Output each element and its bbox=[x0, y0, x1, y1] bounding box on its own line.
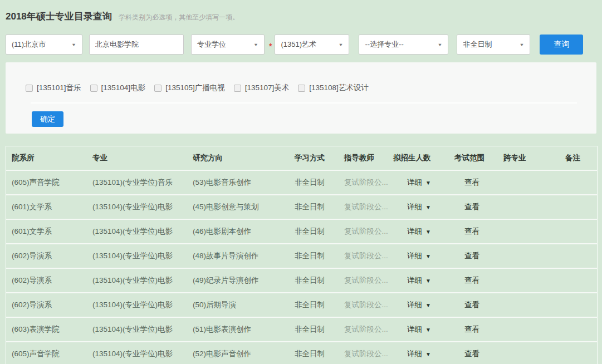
header-exam: 考试范围 bbox=[449, 146, 498, 170]
cell-teacher: 复试阶段公... bbox=[339, 170, 388, 194]
cell-enroll: 详细 ▼ bbox=[388, 317, 449, 341]
table-row: (605)声音学院 (135101)(专业学位)音乐 (53)电影音乐创作 非全… bbox=[6, 170, 597, 194]
view-exam-link[interactable]: 查看 bbox=[464, 350, 479, 358]
cell-enroll: 详细 ▼ bbox=[388, 170, 449, 194]
cell-note bbox=[560, 317, 597, 341]
cell-teacher: 复试阶段公... bbox=[339, 292, 388, 317]
cell-mode: 非全日制 bbox=[289, 292, 339, 317]
cell-exam: 查看 bbox=[449, 341, 498, 364]
province-select-value: (11)北京市 bbox=[12, 40, 46, 50]
cell-major: (135104)(专业学位)电影 bbox=[87, 219, 187, 243]
view-exam-link[interactable]: 查看 bbox=[464, 227, 479, 235]
cell-major: (135104)(专业学位)电影 bbox=[87, 268, 187, 292]
header-enroll: 拟招生人数 bbox=[388, 146, 449, 170]
caret-down-icon: ▼ bbox=[425, 229, 431, 235]
caret-down-icon: ▼ bbox=[253, 42, 258, 47]
cell-direction: (45)电影创意与策划 bbox=[187, 194, 289, 219]
cell-teacher: 复试阶段公... bbox=[339, 194, 388, 219]
detail-dropdown[interactable]: 详细 ▼ bbox=[407, 251, 431, 261]
cell-direction: (52)电影声音创作 bbox=[187, 341, 289, 364]
cell-note bbox=[560, 243, 597, 268]
search-button[interactable]: 查询 bbox=[540, 35, 583, 55]
header-cross: 跨专业 bbox=[498, 146, 560, 170]
detail-label: 详细 bbox=[407, 324, 422, 335]
checkbox-icon[interactable] bbox=[298, 85, 305, 92]
caret-down-icon: ▼ bbox=[438, 42, 443, 47]
table-row: (603)表演学院 (135104)(专业学位)电影 (51)电影表演创作 非全… bbox=[6, 317, 597, 341]
cell-teacher: 复试阶段公... bbox=[339, 341, 388, 364]
major-checkbox-label: [135104]电影 bbox=[101, 83, 146, 93]
table-row: (602)导演系 (135104)(专业学位)电影 (50)后期导演 非全日制 … bbox=[6, 292, 597, 317]
cell-dept: (602)导演系 bbox=[6, 243, 87, 268]
cell-cross bbox=[498, 194, 560, 219]
page-header: 2018年硕士专业目录查询 学科类别为必选项，其他至少填写一项。 bbox=[0, 0, 602, 24]
degree-type-select[interactable]: 专业学位 ▼ bbox=[191, 35, 265, 55]
major-checkbox-item-135107[interactable]: [135107]美术 bbox=[234, 83, 290, 93]
required-asterisk: * bbox=[269, 38, 272, 51]
cell-teacher: 复试阶段公... bbox=[339, 219, 388, 243]
view-exam-link[interactable]: 查看 bbox=[464, 276, 479, 284]
major-checkbox-item-135105[interactable]: [135105]广播电视 bbox=[154, 83, 225, 93]
cell-dept: (601)文学系 bbox=[6, 194, 87, 219]
cell-exam: 查看 bbox=[449, 219, 498, 243]
results-table: 院系所 专业 研究方向 学习方式 指导教师 拟招生人数 考试范围 跨专业 备注 … bbox=[6, 146, 598, 364]
cell-cross bbox=[498, 292, 560, 317]
detail-dropdown[interactable]: 详细 ▼ bbox=[407, 202, 431, 212]
cell-note bbox=[560, 219, 597, 243]
caret-down-icon: ▼ bbox=[425, 327, 431, 333]
table-row: (601)文学系 (135104)(专业学位)电影 (46)电影剧本创作 非全日… bbox=[6, 219, 597, 243]
major-select[interactable]: --选择专业-- ▼ bbox=[359, 35, 448, 55]
header-dept: 院系所 bbox=[6, 146, 87, 170]
cell-cross bbox=[498, 341, 560, 364]
detail-dropdown[interactable]: 详细 ▼ bbox=[407, 276, 431, 286]
view-exam-link[interactable]: 查看 bbox=[464, 301, 479, 309]
detail-label: 详细 bbox=[407, 251, 422, 261]
view-exam-link[interactable]: 查看 bbox=[464, 325, 479, 333]
major-checkbox-row: [135101]音乐 [135104]电影 [135105]广播电视 [1351… bbox=[26, 82, 577, 94]
cell-enroll: 详细 ▼ bbox=[388, 243, 449, 268]
checkbox-icon[interactable] bbox=[154, 85, 161, 92]
cell-mode: 非全日制 bbox=[289, 170, 339, 194]
cell-direction: (46)电影剧本创作 bbox=[187, 219, 289, 243]
caret-down-icon: ▼ bbox=[425, 302, 431, 308]
cell-note bbox=[560, 292, 597, 317]
caret-down-icon: ▼ bbox=[425, 253, 431, 259]
cell-enroll: 详细 ▼ bbox=[388, 341, 449, 364]
study-mode-select[interactable]: 非全日制 ▼ bbox=[457, 35, 530, 55]
degree-type-select-value: 专业学位 bbox=[197, 40, 226, 50]
view-exam-link[interactable]: 查看 bbox=[464, 252, 479, 260]
detail-label: 详细 bbox=[407, 276, 422, 286]
cell-exam: 查看 bbox=[449, 292, 498, 317]
discipline-select[interactable]: (1351)艺术 ▼ bbox=[275, 35, 349, 55]
detail-dropdown[interactable]: 详细 ▼ bbox=[407, 349, 431, 359]
checkbox-icon[interactable] bbox=[234, 85, 241, 92]
panel-divider bbox=[31, 102, 577, 104]
detail-dropdown[interactable]: 详细 ▼ bbox=[407, 227, 431, 237]
cell-enroll: 详细 ▼ bbox=[388, 194, 449, 219]
major-checkbox-item-135101[interactable]: [135101]音乐 bbox=[26, 83, 81, 93]
detail-dropdown[interactable]: 详细 ▼ bbox=[407, 178, 431, 188]
view-exam-link[interactable]: 查看 bbox=[464, 178, 479, 186]
cell-major: (135104)(专业学位)电影 bbox=[87, 341, 187, 364]
major-checkbox-item-135104[interactable]: [135104]电影 bbox=[90, 83, 146, 93]
checkbox-icon[interactable] bbox=[90, 85, 97, 92]
checkbox-icon[interactable] bbox=[26, 85, 33, 92]
cell-major: (135104)(专业学位)电影 bbox=[87, 317, 187, 341]
school-input[interactable] bbox=[89, 35, 184, 55]
detail-label: 详细 bbox=[407, 202, 422, 212]
cell-dept: (602)导演系 bbox=[6, 292, 87, 317]
major-checkbox-item-135108[interactable]: [135108]艺术设计 bbox=[298, 83, 369, 93]
table-row: (602)导演系 (135104)(专业学位)电影 (49)纪录片导演创作 非全… bbox=[6, 268, 597, 292]
cell-enroll: 详细 ▼ bbox=[388, 268, 449, 292]
detail-dropdown[interactable]: 详细 ▼ bbox=[407, 324, 431, 335]
confirm-button[interactable]: 确定 bbox=[32, 111, 63, 127]
cell-exam: 查看 bbox=[449, 317, 498, 341]
province-select[interactable]: (11)北京市 ▼ bbox=[6, 35, 82, 55]
detail-label: 详细 bbox=[407, 349, 422, 359]
page-title: 2018年硕士专业目录查询 bbox=[6, 10, 112, 23]
cell-mode: 非全日制 bbox=[289, 317, 339, 341]
cell-dept: (605)声音学院 bbox=[6, 341, 87, 364]
detail-dropdown[interactable]: 详细 ▼ bbox=[407, 300, 431, 310]
view-exam-link[interactable]: 查看 bbox=[464, 203, 479, 211]
header-mode: 学习方式 bbox=[289, 146, 339, 170]
